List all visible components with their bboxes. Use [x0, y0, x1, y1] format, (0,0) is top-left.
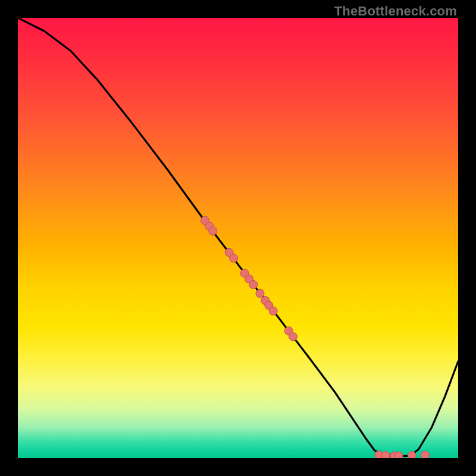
plot-svg [18, 18, 458, 458]
bottleneck-curve [18, 18, 458, 456]
watermark-text: TheBottleneck.com [334, 4, 457, 19]
data-marker [256, 289, 264, 298]
plot-area [18, 18, 458, 458]
data-marker [209, 227, 217, 235]
data-marker [269, 307, 277, 315]
data-marker [230, 254, 238, 262]
data-marker [381, 452, 390, 458]
data-marker [249, 280, 258, 289]
data-marker [289, 333, 298, 341]
data-marker [394, 452, 403, 458]
data-marker [421, 451, 430, 458]
curve-markers [201, 216, 430, 458]
data-marker [408, 452, 416, 458]
